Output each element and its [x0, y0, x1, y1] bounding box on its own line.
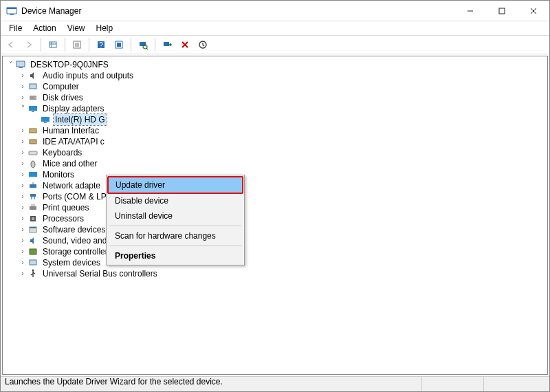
expand-toggle[interactable]: › [18, 169, 28, 180]
mouse-icon [28, 158, 38, 169]
svg-rect-41 [30, 194, 36, 197]
expand-toggle[interactable]: › [18, 224, 28, 235]
svg-rect-36 [29, 151, 37, 155]
cat-software[interactable]: Software devices [41, 224, 107, 235]
toolbar-update-driver-button[interactable] [195, 37, 210, 52]
ports-icon [28, 191, 38, 202]
statusbar-cell [483, 377, 545, 391]
hid-icon [28, 125, 38, 136]
ctx-scan-hardware[interactable]: Scan for hardware changes [108, 228, 243, 243]
svg-rect-39 [30, 184, 36, 188]
ctx-separator [109, 246, 241, 246]
statusbar: Launches the Update Driver Wizard for th… [1, 376, 549, 391]
minimize-button[interactable] [454, 1, 486, 21]
sound-icon [28, 235, 38, 246]
computer-icon [15, 59, 26, 70]
toolbar-uninstall-button[interactable] [177, 37, 192, 52]
expand-toggle[interactable]: › [18, 125, 28, 136]
expand-toggle[interactable]: › [18, 180, 28, 191]
ctx-disable-device[interactable]: Disable device [108, 193, 243, 208]
toolbar-separator [65, 38, 65, 52]
ctx-uninstall-device[interactable]: Uninstall device [108, 208, 243, 224]
svg-rect-49 [30, 260, 36, 265]
menu-file[interactable]: File [3, 22, 28, 34]
monitor-icon [28, 169, 38, 180]
keyboard-icon [28, 147, 38, 158]
toolbar-add-legacy-button[interactable] [160, 37, 175, 52]
cat-display[interactable]: Display adapters [41, 103, 105, 114]
svg-rect-17 [117, 43, 121, 47]
cat-ide[interactable]: IDE ATA/ATAPI c [41, 136, 106, 147]
menu-view[interactable]: View [62, 22, 91, 34]
cat-usb[interactable]: Universal Serial Bus controllers [41, 268, 159, 279]
toolbar-separator [131, 38, 131, 52]
cat-disk[interactable]: Disk drives [41, 92, 85, 103]
disk-icon [28, 92, 38, 103]
expand-toggle[interactable]: ˅ [6, 59, 15, 70]
toolbar-separator [41, 38, 41, 52]
expand-toggle[interactable]: › [18, 213, 28, 224]
device-tree-pane[interactable]: ˅ DESKTOP-9Q0JNFS ›Audio inputs and outp… [2, 56, 548, 375]
svg-point-37 [31, 161, 35, 168]
svg-rect-26 [19, 67, 23, 68]
ctx-properties[interactable]: Properties [108, 248, 243, 263]
svg-rect-38 [29, 172, 37, 177]
menu-action[interactable]: Action [28, 22, 61, 34]
storage-icon [28, 246, 38, 257]
expand-toggle[interactable]: › [18, 158, 28, 169]
svg-rect-48 [30, 249, 36, 254]
statusbar-cell [421, 377, 483, 391]
computer-icon [28, 81, 38, 92]
toolbar-help-button[interactable]: ? [94, 37, 109, 52]
cat-hid[interactable]: Human Interfac [41, 125, 100, 136]
expand-toggle[interactable]: ˅ [18, 103, 28, 114]
expand-toggle[interactable]: › [18, 202, 28, 213]
svg-rect-4 [499, 8, 505, 14]
device-tree[interactable]: ˅ DESKTOP-9Q0JNFS ›Audio inputs and outp… [3, 56, 547, 279]
cat-mice[interactable]: Mice and other [41, 158, 98, 169]
toolbar-properties-button[interactable] [69, 37, 85, 52]
cat-keyboards[interactable]: Keyboards [41, 147, 83, 158]
expand-toggle[interactable]: › [18, 268, 28, 279]
expand-toggle[interactable]: › [18, 147, 28, 158]
cat-monitors[interactable]: Monitors [41, 169, 76, 180]
cat-audio[interactable]: Audio inputs and outputs [41, 70, 135, 81]
maximize-button[interactable] [486, 1, 518, 21]
display-adapter-icon [28, 103, 38, 114]
cat-ports[interactable]: Ports (COM & LP [41, 191, 108, 202]
device-intel-hd[interactable]: Intel(R) HD G [54, 114, 107, 125]
cat-print-queues[interactable]: Print queues [41, 202, 90, 213]
tree-root[interactable]: DESKTOP-9Q0JNFS [29, 59, 110, 70]
system-icon [28, 257, 38, 268]
expand-toggle[interactable]: › [18, 81, 28, 92]
svg-point-50 [32, 270, 34, 272]
expand-toggle[interactable]: › [18, 92, 28, 103]
expand-toggle[interactable]: › [18, 191, 28, 202]
cat-storage[interactable]: Storage controllers [41, 246, 113, 257]
menu-help[interactable]: Help [91, 22, 119, 34]
expand-toggle[interactable]: › [18, 235, 28, 246]
toolbar-back-button[interactable] [3, 37, 19, 52]
expand-toggle[interactable]: › [18, 257, 28, 268]
ide-icon [28, 136, 38, 147]
toolbar-forward-button[interactable] [21, 37, 36, 52]
usb-icon [28, 268, 38, 279]
toolbar-action-button[interactable] [111, 37, 126, 52]
titlebar: Device Manager [1, 1, 549, 21]
expand-toggle[interactable]: › [18, 246, 28, 257]
svg-rect-43 [31, 204, 35, 206]
software-icon [28, 224, 38, 235]
app-icon [6, 6, 17, 17]
toolbar-show-hidden-button[interactable] [45, 37, 60, 52]
expand-toggle[interactable]: › [18, 136, 28, 147]
cat-computer[interactable]: Computer [41, 81, 80, 92]
svg-rect-32 [41, 117, 50, 122]
cat-processors[interactable]: Processors [41, 213, 85, 224]
cat-system[interactable]: System devices [41, 257, 102, 268]
cat-network[interactable]: Network adapte [41, 180, 102, 191]
expand-toggle[interactable]: › [18, 70, 28, 81]
close-button[interactable] [518, 1, 549, 21]
ctx-update-driver[interactable]: Update driver [109, 177, 242, 193]
toolbar-scan-hardware-button[interactable] [135, 37, 151, 52]
svg-rect-1 [7, 8, 16, 9]
